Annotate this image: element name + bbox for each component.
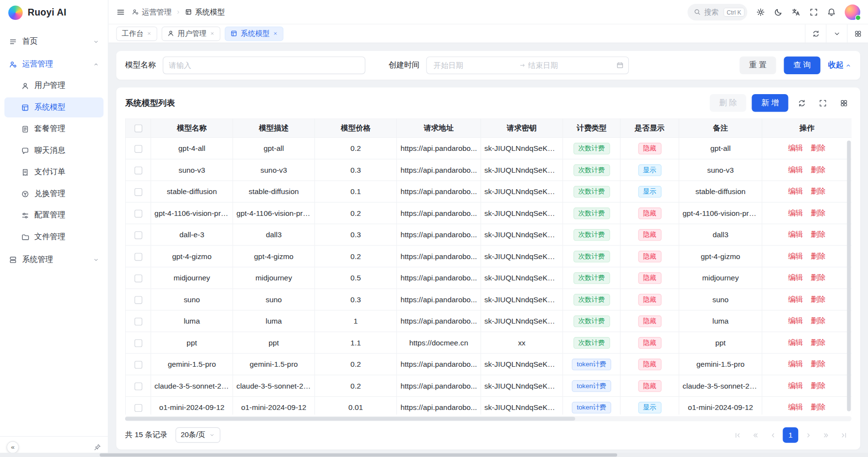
page-scrollbar-thumb[interactable] (99, 453, 617, 457)
edit-link[interactable]: 编辑 (788, 317, 803, 325)
row-checkbox[interactable] (134, 188, 142, 196)
row-checkbox[interactable] (134, 382, 142, 390)
breadcrumb-parent[interactable]: 运营管理 (132, 7, 172, 17)
language-icon[interactable] (792, 7, 801, 16)
edit-link[interactable]: 编辑 (788, 338, 803, 346)
fullscreen-icon[interactable] (809, 7, 818, 16)
sidebar-item[interactable]: 兑换管理 (4, 184, 103, 204)
last-page-button[interactable] (836, 427, 852, 443)
delete-link[interactable]: 删除 (811, 338, 826, 346)
row-checkbox[interactable] (134, 253, 142, 261)
next-page-button[interactable] (801, 427, 816, 443)
edit-link[interactable]: 编辑 (788, 295, 803, 303)
delete-link[interactable]: 删除 (811, 295, 826, 303)
table-row[interactable]: suno-v3 suno-v3 0.3 https://api.pandarob… (125, 159, 851, 180)
vertical-scrollbar-thumb[interactable] (847, 141, 851, 411)
sidebar-item[interactable]: 系统管理 (4, 250, 103, 270)
next-group-button[interactable] (818, 427, 834, 443)
fullscreen-table-icon[interactable] (815, 95, 830, 111)
row-checkbox[interactable] (134, 296, 142, 304)
add-button[interactable]: 新 增 (752, 94, 788, 112)
table-row[interactable]: gpt-4-1106-vision-pre... gpt-4-1106-visi… (125, 202, 851, 224)
sidebar-item[interactable]: 系统模型 (4, 98, 103, 117)
edit-link[interactable]: 编辑 (788, 381, 803, 390)
delete-button[interactable]: 删 除 (710, 94, 746, 112)
table-row[interactable]: gemini-1.5-pro gemini-1.5-pro 0.2 https:… (125, 353, 851, 375)
close-icon[interactable] (147, 31, 151, 36)
row-checkbox[interactable] (134, 404, 142, 412)
refresh-page-icon[interactable] (805, 24, 826, 43)
delete-link[interactable]: 删除 (811, 381, 826, 390)
tab-options-chevron-icon[interactable] (826, 24, 847, 43)
table-row[interactable]: dall-e-3 dall3 0.3 https://api.pandarobo… (125, 224, 851, 245)
delete-link[interactable]: 删除 (811, 252, 826, 260)
edit-link[interactable]: 编辑 (788, 230, 803, 239)
row-checkbox[interactable] (134, 166, 142, 174)
query-button[interactable]: 查 询 (784, 56, 820, 74)
sidebar-item[interactable]: 配置管理 (4, 205, 103, 225)
delete-link[interactable]: 删除 (811, 165, 826, 174)
sidebar-item[interactable]: 套餐管理 (4, 119, 103, 139)
table-row[interactable]: o1-mini-2024-09-12 o1-mini-2024-09-12 0.… (125, 396, 851, 414)
tab[interactable]: 工作台 (116, 26, 157, 41)
delete-link[interactable]: 删除 (811, 187, 826, 196)
table-row[interactable]: suno suno 0.3 https://api.pandarobo... s… (125, 289, 851, 310)
layout-grid-icon[interactable] (847, 24, 868, 43)
table-row[interactable]: ppt ppt 1.1 https://docmee.cn xx 次数计费 隐藏… (125, 332, 851, 353)
row-checkbox[interactable] (134, 361, 142, 369)
end-date-input[interactable] (526, 61, 614, 69)
delete-link[interactable]: 删除 (811, 144, 826, 152)
row-checkbox[interactable] (134, 210, 142, 217)
first-page-button[interactable] (730, 427, 745, 443)
row-checkbox[interactable] (134, 275, 142, 282)
delete-link[interactable]: 删除 (811, 360, 826, 368)
edit-link[interactable]: 编辑 (788, 187, 803, 196)
table-row[interactable]: stable-diffusion stable-diffusion 0.1 ht… (125, 181, 851, 202)
row-checkbox[interactable] (134, 231, 142, 239)
sidebar-item[interactable]: 支付订单 (4, 162, 103, 182)
close-icon[interactable] (210, 31, 214, 36)
page-size-select[interactable]: 20条/页 (175, 427, 220, 443)
delete-link[interactable]: 删除 (811, 274, 826, 282)
table-row[interactable]: gpt-4-gizmo gpt-4-gizmo 0.2 https://api.… (125, 245, 851, 267)
sidebar-item[interactable]: 首页 (4, 32, 103, 51)
row-checkbox[interactable] (134, 318, 142, 326)
sidebar-item[interactable]: 用户管理 (4, 76, 103, 96)
row-checkbox[interactable] (134, 339, 142, 347)
pin-icon[interactable] (94, 443, 101, 451)
table-row[interactable]: luma luma 1 https://api.pandarobo... sk-… (125, 310, 851, 331)
global-search[interactable]: 搜索 Ctrl K (688, 3, 747, 20)
close-icon[interactable] (273, 31, 278, 36)
table-row[interactable]: midjourney midjourney 0.5 https://api.pa… (125, 267, 851, 289)
date-range-picker[interactable] (426, 56, 629, 74)
table-row[interactable]: claude-3-5-sonnet-20... claude-3-5-sonne… (125, 375, 851, 396)
user-avatar[interactable] (845, 4, 860, 20)
column-settings-icon[interactable] (836, 95, 852, 111)
select-all-checkbox[interactable] (134, 125, 142, 132)
dark-mode-icon[interactable] (774, 7, 783, 16)
breadcrumb-current[interactable]: 系统模型 (185, 7, 225, 17)
delete-link[interactable]: 删除 (811, 403, 826, 411)
logo-row[interactable]: Ruoyi AI (0, 0, 108, 25)
tab[interactable]: 系统模型 (225, 26, 283, 41)
tab[interactable]: 用户管理 (162, 26, 220, 41)
model-name-input[interactable] (163, 56, 365, 74)
edit-link[interactable]: 编辑 (788, 403, 803, 411)
sidebar-collapse-button[interactable]: « (7, 441, 19, 453)
sidebar-item[interactable]: 运营管理 (4, 54, 103, 74)
horizontal-scrollbar-thumb[interactable] (125, 417, 575, 421)
table-row[interactable]: gpt-4-all gpt-all 0.2 https://api.pandar… (125, 138, 851, 159)
edit-link[interactable]: 编辑 (788, 274, 803, 282)
edit-link[interactable]: 编辑 (788, 209, 803, 217)
prev-group-button[interactable] (747, 427, 763, 443)
start-date-input[interactable] (431, 61, 519, 69)
menu-toggle-icon[interactable] (116, 7, 125, 16)
edit-link[interactable]: 编辑 (788, 165, 803, 174)
reset-button[interactable]: 重 置 (740, 56, 776, 74)
delete-link[interactable]: 删除 (811, 317, 826, 325)
page-horizontal-scrollbar[interactable] (0, 453, 868, 457)
prev-page-button[interactable] (765, 427, 781, 443)
sidebar-item[interactable]: 聊天消息 (4, 141, 103, 161)
collapse-filter-link[interactable]: 收起 (828, 60, 852, 70)
edit-link[interactable]: 编辑 (788, 144, 803, 152)
